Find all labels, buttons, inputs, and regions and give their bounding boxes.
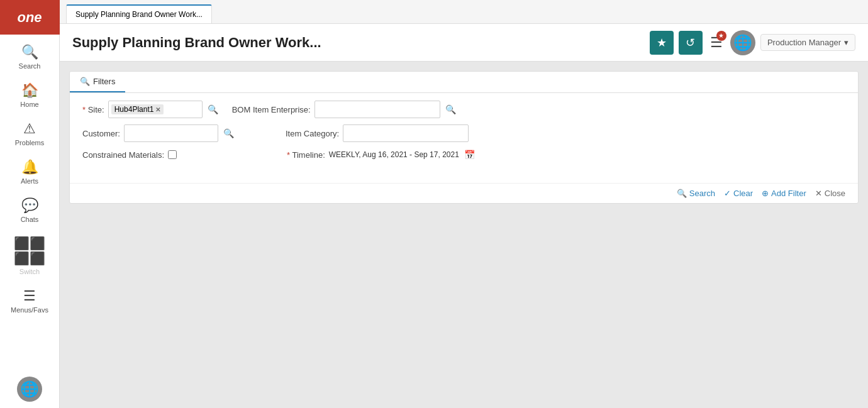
customer-input[interactable] [124, 124, 218, 142]
timeline-group: * Timeline: WEEKLY, Aug 16, 2021 - Sep 1… [287, 148, 476, 161]
required-star-timeline: * [287, 150, 290, 160]
notification-badge: ★ [716, 31, 726, 41]
site-tag: Hub4Plant1 ✕ [111, 104, 164, 114]
sidebar: one 🔍 Search 🏠 Home ⚠ Problems 🔔 Alerts … [0, 0, 60, 408]
user-dropdown[interactable]: Production Manager ▾ [760, 34, 855, 51]
menus-icon: ☰ [23, 288, 36, 304]
customer-group: Customer: 🔍 [82, 124, 235, 142]
sidebar-item-label: Home [20, 101, 38, 108]
timeline-calendar-button[interactable]: 📅 [463, 148, 476, 161]
bom-item-label: BOM Item Enterprise: [232, 105, 311, 114]
search-icon: 🔍 [677, 189, 687, 198]
close-action-link[interactable]: ✕ Close [815, 189, 845, 198]
sidebar-item-label: Switch [19, 268, 40, 275]
sidebar-item-label: Search [19, 62, 41, 70]
sidebar-item-switch[interactable]: ⬛⬛⬛⬛ Switch [0, 229, 59, 282]
warning-icon: ⚠ [23, 121, 36, 137]
sidebar-item-problems[interactable]: ⚠ Problems [0, 114, 59, 153]
filters-tab[interactable]: 🔍 Filters [70, 72, 125, 92]
menu-button[interactable]: ☰ ★ [708, 32, 725, 53]
filters-body: * Site: Hub4Plant1 ✕ 🔍 [70, 93, 858, 180]
header-bar: Supply Planning Brand Owner Work... ★ ↺ … [60, 24, 868, 62]
sidebar-item-search[interactable]: 🔍 Search [0, 38, 59, 76]
bom-item-search-button[interactable]: 🔍 [444, 103, 457, 116]
chat-icon: 💬 [21, 197, 38, 214]
calendar-icon: 📅 [464, 150, 475, 160]
site-tag-remove[interactable]: ✕ [155, 106, 160, 113]
sidebar-item-menus-favs[interactable]: ☰ Menus/Favs [0, 282, 59, 320]
bell-icon: 🔔 [21, 159, 38, 175]
sidebar-item-chats[interactable]: 💬 Chats [0, 191, 59, 229]
globe-icon: 🌐 [20, 380, 39, 398]
filter-row-2: Customer: 🔍 Item Category: [82, 124, 845, 142]
search-action-link[interactable]: 🔍 Search [677, 189, 715, 198]
close-icon: ✕ [815, 189, 822, 198]
sidebar-item-label: Chats [21, 216, 39, 223]
user-avatar-header[interactable]: 🌐 [730, 30, 755, 55]
item-category-group: Item Category: [286, 124, 469, 142]
bom-item-input[interactable] [314, 101, 440, 118]
site-group: * Site: Hub4Plant1 ✕ 🔍 [82, 101, 220, 118]
header-actions: ★ ↺ ☰ ★ 🌐 Production Manager ▾ [650, 30, 855, 55]
plus-icon: ⊕ [762, 189, 769, 198]
sidebar-item-label: Problems [15, 139, 44, 146]
filter-row-3: Constrained Materials: * Timeline: WEEKL… [82, 148, 845, 161]
constrained-materials-group: Constrained Materials: [82, 150, 177, 160]
customer-search-button[interactable]: 🔍 [222, 127, 235, 140]
refresh-icon: ↺ [686, 36, 695, 50]
filter-row-1: * Site: Hub4Plant1 ✕ 🔍 [82, 101, 845, 118]
item-category-input[interactable] [343, 124, 469, 142]
bom-item-group: BOM Item Enterprise: 🔍 [232, 101, 457, 118]
customer-label: Customer: [82, 129, 120, 138]
sidebar-item-label: Alerts [21, 177, 38, 185]
tab-supply-planning[interactable]: Supply Planning Brand Owner Work... [66, 4, 212, 23]
clear-action-link[interactable]: ✓ Clear [724, 189, 753, 198]
filters-panel: 🔍 Filters * Site: Hub4Plant1 [69, 71, 859, 204]
add-filter-action-link[interactable]: ⊕ Add Filter [762, 189, 806, 198]
item-category-label: Item Category: [286, 129, 339, 138]
tab-bar: Supply Planning Brand Owner Work... [60, 0, 868, 24]
timeline-label: * Timeline: [287, 150, 325, 160]
actions-row: 🔍 Search ✓ Clear ⊕ Add Filter ✕ Close [70, 183, 858, 203]
home-icon: 🏠 [21, 82, 38, 99]
constrained-materials-checkbox[interactable] [168, 150, 177, 159]
globe-icon: 🌐 [733, 34, 752, 52]
chevron-down-icon: ▾ [844, 38, 849, 47]
content-area: 🔍 Filters * Site: Hub4Plant1 [60, 62, 868, 408]
user-avatar-sidebar[interactable]: 🌐 [17, 377, 42, 402]
required-star: * [82, 105, 86, 114]
page-title: Supply Planning Brand Owner Work... [72, 35, 650, 51]
search-icon: 🔍 [21, 44, 38, 60]
timeline-value: WEEKLY, Aug 16, 2021 - Sep 17, 2021 [329, 150, 459, 159]
main-content: Supply Planning Brand Owner Work... Supp… [60, 0, 868, 408]
site-search-button[interactable]: 🔍 [206, 103, 220, 116]
constrained-materials-label: Constrained Materials: [82, 150, 164, 160]
star-icon: ★ [657, 36, 667, 50]
sidebar-item-home[interactable]: 🏠 Home [0, 76, 59, 114]
favorite-button[interactable]: ★ [650, 31, 674, 55]
refresh-button[interactable]: ↺ [679, 31, 703, 55]
clear-icon: ✓ [724, 189, 731, 198]
magnifier-icon: 🔍 [208, 104, 218, 114]
site-input[interactable]: Hub4Plant1 ✕ [108, 101, 203, 118]
sidebar-item-label: Menus/Favs [11, 306, 48, 314]
sidebar-item-alerts[interactable]: 🔔 Alerts [0, 153, 59, 191]
magnifier-icon: 🔍 [445, 104, 456, 114]
app-logo[interactable]: one [0, 0, 60, 35]
switch-icon: ⬛⬛⬛⬛ [14, 236, 45, 266]
filter-search-icon: 🔍 [80, 77, 90, 86]
sidebar-avatar[interactable]: 🌐 [17, 377, 42, 402]
site-label: * Site: [82, 105, 104, 114]
magnifier-icon: 🔍 [223, 128, 234, 138]
